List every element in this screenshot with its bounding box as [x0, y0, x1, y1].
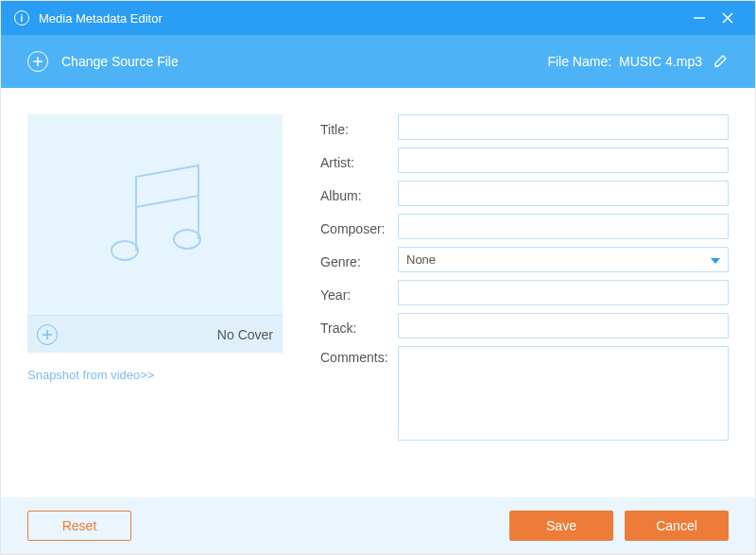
svg-point-8 [112, 241, 138, 260]
title-label: Title: [320, 118, 398, 137]
add-cover-button[interactable] [37, 324, 58, 345]
cover-footer: No Cover [27, 315, 283, 353]
snapshot-from-video-link[interactable]: Snapshot from video>> [27, 368, 283, 382]
cover-art-placeholder [27, 114, 283, 315]
track-input[interactable] [398, 313, 729, 338]
composer-label: Composer: [320, 217, 398, 236]
pencil-icon [713, 53, 729, 68]
edit-filename-button[interactable] [713, 53, 729, 71]
year-input[interactable] [398, 280, 729, 305]
genre-label: Genre: [320, 251, 398, 269]
plus-icon [32, 56, 43, 67]
change-source-button[interactable] [27, 51, 48, 72]
genre-value: None [406, 252, 436, 267]
no-cover-label: No Cover [217, 327, 273, 342]
chevron-down-icon [711, 252, 720, 267]
artist-input[interactable] [398, 147, 729, 173]
filename-value: MUSIC 4.mp3 [619, 54, 702, 69]
comments-label: Comments: [320, 346, 398, 365]
reset-button[interactable]: Reset [27, 511, 131, 541]
close-icon [721, 11, 734, 25]
footer-bar: Reset Save Cancel [1, 497, 755, 554]
genre-select[interactable]: None [398, 247, 729, 272]
save-button[interactable]: Save [509, 511, 613, 541]
info-icon: i [14, 10, 29, 26]
album-label: Album: [320, 184, 398, 203]
app-window: i Media Metadata Editor Change Source Fi… [0, 0, 756, 555]
minimize-icon [693, 11, 706, 25]
year-label: Year: [320, 284, 398, 303]
cover-column: No Cover Snapshot from video>> [27, 114, 283, 488]
change-source-label[interactable]: Change Source File [61, 54, 547, 69]
composer-input[interactable] [398, 214, 729, 239]
content-area: No Cover Snapshot from video>> Title: Ar… [1, 88, 755, 497]
track-label: Track: [320, 317, 398, 336]
window-title: Media Metadata Editor [39, 11, 685, 26]
minimize-button[interactable] [685, 1, 713, 35]
title-input[interactable] [398, 114, 729, 140]
music-note-icon [89, 148, 221, 281]
cancel-button[interactable]: Cancel [625, 511, 729, 541]
comments-input[interactable] [398, 346, 729, 441]
close-button[interactable] [713, 1, 742, 35]
title-bar: i Media Metadata Editor [1, 1, 755, 35]
svg-point-9 [174, 230, 200, 249]
metadata-form: Title: Artist: Album: Composer: Genre: N… [320, 114, 729, 488]
plus-icon [42, 329, 53, 340]
sub-header: Change Source File File Name: MUSIC 4.mp… [1, 35, 755, 88]
filename-label: File Name: [547, 54, 611, 69]
cover-box: No Cover [27, 114, 283, 353]
album-input[interactable] [398, 181, 729, 206]
artist-label: Artist: [320, 151, 398, 170]
